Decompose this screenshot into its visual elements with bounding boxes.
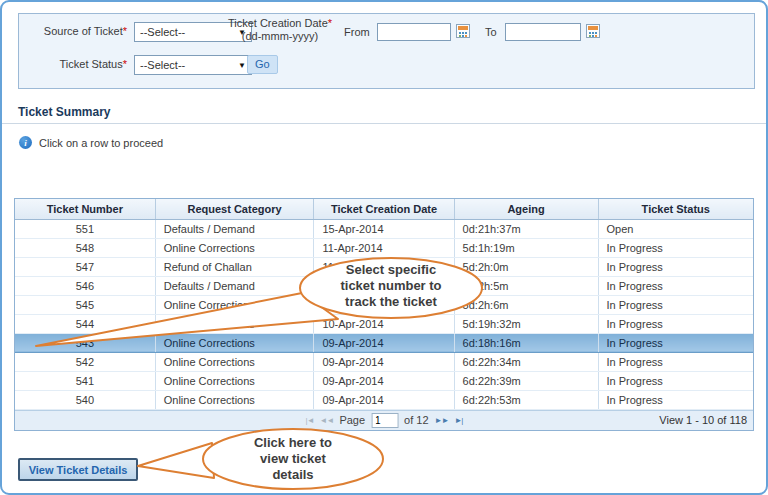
page-title: Ticket Summary: [18, 105, 111, 119]
cell-creation-date[interactable]: 15-Apr-2014: [314, 219, 454, 238]
to-label: To: [485, 26, 497, 38]
cell-creation-date[interactable]: 11-Apr-2014: [314, 238, 454, 257]
cell-creation-date[interactable]: 11-Apr-2014: [314, 276, 454, 295]
cell-request-category[interactable]: Online Corrections: [155, 333, 314, 352]
cell-ticket-number[interactable]: 551: [15, 219, 155, 238]
cell-ageing[interactable]: 5d:2h:5m: [454, 276, 598, 295]
cell-ageing[interactable]: 5d:2h:0m: [454, 257, 598, 276]
creation-date-label-text: Ticket Creation Date: [228, 17, 328, 29]
cell-ticket-number[interactable]: 544: [15, 314, 155, 333]
table-row[interactable]: 545Online Corrections10-Apr-20145d:2h:6m…: [15, 295, 753, 314]
source-of-ticket-label: Source of Ticket*: [27, 25, 127, 37]
cell-ageing[interactable]: 6d:22h:39m: [454, 371, 598, 390]
table-row[interactable]: 551Defaults / Demand15-Apr-20140d:21h:37…: [15, 219, 753, 238]
cell-ticket-number[interactable]: 546: [15, 276, 155, 295]
cell-status[interactable]: In Progress: [598, 257, 753, 276]
cell-ageing[interactable]: 5d:1h:19m: [454, 238, 598, 257]
table-row[interactable]: 541Online Corrections09-Apr-20146d:22h:3…: [15, 371, 753, 390]
cell-status[interactable]: In Progress: [598, 390, 753, 409]
cell-status[interactable]: In Progress: [598, 276, 753, 295]
cell-request-category[interactable]: Online Corrections: [155, 390, 314, 409]
cell-ageing[interactable]: 6d:22h:34m: [454, 352, 598, 371]
view-ticket-details-button[interactable]: View Ticket Details: [18, 458, 138, 481]
required-asterisk: *: [328, 17, 332, 29]
filter-panel: Source of Ticket* --Select-- ▼ Ticket Cr…: [18, 13, 755, 89]
ticket-status-value: --Select--: [140, 59, 185, 71]
callout-text: Click here to: [254, 435, 332, 450]
cell-ticket-number[interactable]: 543: [15, 333, 155, 352]
info-icon: i: [19, 136, 32, 149]
cell-creation-date[interactable]: 09-Apr-2014: [314, 371, 454, 390]
cell-ticket-number[interactable]: 541: [15, 371, 155, 390]
cell-status[interactable]: In Progress: [598, 371, 753, 390]
column-header: Ticket Status: [598, 199, 753, 219]
cell-status[interactable]: In Progress: [598, 352, 753, 371]
prev-page-icon[interactable]: ◄◄: [320, 416, 334, 425]
cell-request-category[interactable]: Online Corrections: [155, 295, 314, 314]
cell-creation-date[interactable]: 10-Apr-2014: [314, 295, 454, 314]
ticket-table-body: 551Defaults / Demand15-Apr-20140d:21h:37…: [15, 219, 753, 409]
calendar-icon[interactable]: [456, 24, 470, 38]
info-message-text: Click on a row to proceed: [39, 137, 163, 149]
ticket-status-label-text: Ticket Status: [60, 58, 123, 70]
table-header-row: Ticket NumberRequest CategoryTicket Crea…: [15, 199, 753, 219]
cell-status[interactable]: In Progress: [598, 238, 753, 257]
table-row[interactable]: 548Online Corrections11-Apr-20145d:1h:19…: [15, 238, 753, 257]
cell-ticket-number[interactable]: 542: [15, 352, 155, 371]
column-header: Ticket Number: [15, 199, 155, 219]
cell-ticket-number[interactable]: 545: [15, 295, 155, 314]
go-button[interactable]: Go: [247, 55, 278, 74]
cell-request-category[interactable]: Defaults / Demand: [155, 219, 314, 238]
cell-request-category[interactable]: Online Corrections: [155, 238, 314, 257]
cell-request-category[interactable]: Refund of Challan: [155, 257, 314, 276]
cell-creation-date[interactable]: 09-Apr-2014: [314, 333, 454, 352]
cell-request-category[interactable]: Defaults / Demand: [155, 276, 314, 295]
cell-ageing[interactable]: 5d:19h:32m: [454, 314, 598, 333]
table-row[interactable]: 546Defaults / Demand11-Apr-20145d:2h:5mI…: [15, 276, 753, 295]
cell-creation-date[interactable]: 09-Apr-2014: [314, 352, 454, 371]
source-of-ticket-label-text: Source of Ticket: [44, 25, 123, 37]
table-row[interactable]: 542Online Corrections09-Apr-20146d:22h:3…: [15, 352, 753, 371]
cell-status[interactable]: In Progress: [598, 314, 753, 333]
cell-status[interactable]: Open: [598, 219, 753, 238]
page-label: Page: [339, 414, 365, 426]
cell-ticket-number[interactable]: 548: [15, 238, 155, 257]
cell-ticket-number[interactable]: 547: [15, 257, 155, 276]
page-number-input[interactable]: [371, 413, 398, 428]
source-of-ticket-value: --Select--: [140, 26, 185, 38]
calendar-icon[interactable]: [586, 24, 600, 38]
table-row[interactable]: 540Online Corrections09-Apr-20146d:22h:5…: [15, 390, 753, 409]
callout-bubble: [203, 429, 383, 489]
to-date-input[interactable]: [505, 23, 581, 41]
divider: [2, 123, 766, 124]
cell-status[interactable]: In Progress: [598, 295, 753, 314]
cell-request-category[interactable]: Online Corrections: [155, 314, 314, 333]
cell-ageing[interactable]: 5d:2h:6m: [454, 295, 598, 314]
creation-date-label: Ticket Creation Date* (dd-mmm-yyyy): [217, 17, 343, 43]
last-page-icon[interactable]: ►|: [454, 416, 462, 425]
ticket-status-select[interactable]: --Select-- ▼: [134, 55, 252, 75]
cell-ageing[interactable]: 0d:21h:37m: [454, 219, 598, 238]
next-page-icon[interactable]: ►►: [435, 416, 449, 425]
cell-creation-date[interactable]: 11-Apr-2014: [314, 257, 454, 276]
ticket-summary-table: Ticket NumberRequest CategoryTicket Crea…: [14, 198, 754, 431]
cell-request-category[interactable]: Online Corrections: [155, 371, 314, 390]
ticket-tracking-page: Source of Ticket* --Select-- ▼ Ticket Cr…: [0, 0, 768, 495]
column-header: Request Category: [155, 199, 314, 219]
table-row[interactable]: 543Online Corrections09-Apr-20146d:18h:1…: [15, 333, 753, 352]
cell-ticket-number[interactable]: 540: [15, 390, 155, 409]
chevron-down-icon: ▼: [238, 61, 246, 70]
cell-status[interactable]: In Progress: [598, 333, 753, 352]
ticket-status-label: Ticket Status*: [27, 58, 127, 70]
from-label: From: [344, 26, 370, 38]
table-row[interactable]: 547Refund of Challan11-Apr-20145d:2h:0mI…: [15, 257, 753, 276]
cell-creation-date[interactable]: 09-Apr-2014: [314, 390, 454, 409]
cell-creation-date[interactable]: 10-Apr-2014: [314, 314, 454, 333]
pagination-bar: |◄ ◄◄ Page of 12 ►► ►| View 1 - 10 of 11…: [15, 410, 753, 430]
cell-ageing[interactable]: 6d:18h:16m: [454, 333, 598, 352]
table-row[interactable]: 544Online Corrections10-Apr-20145d:19h:3…: [15, 314, 753, 333]
from-date-input[interactable]: [377, 23, 451, 41]
cell-ageing[interactable]: 6d:22h:53m: [454, 390, 598, 409]
first-page-icon[interactable]: |◄: [306, 416, 314, 425]
cell-request-category[interactable]: Online Corrections: [155, 352, 314, 371]
